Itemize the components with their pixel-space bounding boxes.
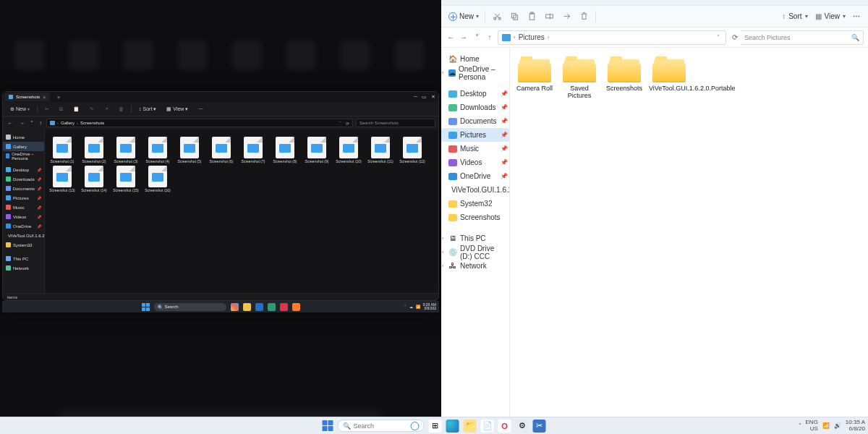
wifi-icon[interactable]: 📶: [822, 422, 830, 429]
sidebar-item-downloads[interactable]: Downloads📌: [3, 174, 44, 184]
sidebar-item-videos[interactable]: Videos📌: [441, 156, 509, 169]
sort-button[interactable]: ↕ Sort ▾: [136, 105, 159, 114]
new-button[interactable]: ⊕ New ▾: [7, 105, 33, 114]
recent-button[interactable]: ˅: [29, 120, 35, 127]
sidebar-item-folder[interactable]: System32: [3, 240, 44, 250]
file-item[interactable]: Screenshot (16): [143, 166, 172, 193]
sidebar-item-vivetool.gui.1.6.2.0[interactable]: ViVeTool.GUI.1.6.2.0: [441, 183, 509, 197]
breadcrumb-pictures[interactable]: Pictures: [519, 33, 545, 41]
tray-chevron-icon[interactable]: ˄: [799, 422, 801, 429]
breadcrumb-gallery[interactable]: Gallery: [61, 121, 75, 125]
settings-icon[interactable]: ⚙: [516, 420, 529, 433]
taskview-icon[interactable]: ⊞: [429, 420, 442, 433]
delete-icon[interactable]: [578, 11, 590, 22]
sidebar-item-home[interactable]: Home: [3, 132, 44, 142]
sidebar-item-desktop[interactable]: Desktop📌: [441, 87, 509, 101]
store-icon[interactable]: [268, 303, 276, 311]
start-button[interactable]: [323, 420, 333, 431]
file-item[interactable]: Screenshot (4): [143, 137, 172, 164]
sidebar-item-pictures[interactable]: Pictures📌: [3, 193, 44, 203]
share-icon[interactable]: [561, 11, 572, 22]
sidebar-item-cloud[interactable]: OneDrive – Persona: [3, 151, 44, 161]
dark-file-grid[interactable]: Screenshot (1)Screenshot (2)Screenshot (…: [45, 129, 438, 293]
start-icon[interactable]: [142, 303, 150, 311]
file-item[interactable]: Screenshot (7): [239, 137, 268, 164]
forward-button[interactable]: →: [459, 32, 469, 43]
file-item[interactable]: Screenshot (14): [80, 166, 109, 193]
file-item[interactable]: Screenshot (8): [271, 137, 299, 164]
maximize-button[interactable]: ▭: [422, 94, 427, 100]
cloud-icon[interactable]: ☁: [409, 305, 413, 309]
edge-icon[interactable]: [255, 303, 263, 311]
sidebar-item-gallery[interactable]: Gallery: [3, 142, 44, 151]
file-item[interactable]: Screenshot (5): [175, 137, 204, 164]
file-item[interactable]: Screenshot (13): [48, 166, 77, 193]
copy-icon[interactable]: ⧉: [56, 105, 66, 114]
clock[interactable]: 10:35 A6/8/20: [846, 420, 865, 432]
minimize-button[interactable]: ─: [414, 94, 417, 100]
sidebar-item-screenshots[interactable]: Screenshots: [441, 210, 509, 224]
sidebar-item-this pc[interactable]: ›🖥This PC: [441, 231, 509, 245]
close-tab-icon[interactable]: ×: [43, 95, 46, 100]
expand-icon[interactable]: ›: [442, 70, 443, 75]
file-item[interactable]: Screenshot (1): [48, 137, 77, 164]
back-button[interactable]: ←: [6, 120, 14, 127]
sort-button[interactable]: ↕Sort▾: [782, 12, 807, 20]
dark-taskbar-search[interactable]: 🔍 Search: [154, 303, 226, 311]
paste-icon[interactable]: 📋: [70, 105, 82, 114]
sidebar-item-onedrive[interactable]: OneDrive📌: [441, 169, 509, 183]
view-button[interactable]: ▦View▾: [815, 12, 846, 20]
wifi-icon[interactable]: 📶: [416, 305, 420, 309]
sidebar-item-cloud[interactable]: OneDrive📌: [3, 221, 44, 231]
up-button[interactable]: ↑: [38, 120, 43, 127]
breadcrumb-screenshots[interactable]: Screenshots: [80, 121, 104, 125]
tray-chevron-icon[interactable]: ˄: [404, 305, 407, 309]
sidebar-item-pictures[interactable]: Pictures📌: [441, 128, 509, 142]
add-tab-button[interactable]: ＋: [53, 93, 61, 101]
folder-item[interactable]: Saved Pictures: [559, 58, 600, 100]
sidebar-item-videos[interactable]: Videos📌: [3, 212, 44, 221]
file-item[interactable]: Screenshot (11): [366, 137, 395, 164]
file-item[interactable]: Screenshot (6): [207, 137, 236, 164]
up-button[interactable]: ↑: [485, 32, 495, 43]
close-button[interactable]: ✕: [431, 94, 435, 100]
rename-icon[interactable]: ✎: [87, 105, 97, 114]
folder-item[interactable]: Screenshots: [604, 58, 644, 100]
sidebar-item-onedrive-personal[interactable]: ›☁OneDrive – Persona: [441, 66, 509, 80]
expand-icon[interactable]: ›: [442, 250, 443, 255]
paste-icon[interactable]: [526, 11, 537, 22]
explorer-icon[interactable]: 📁: [464, 420, 477, 433]
file-item[interactable]: Screenshot (12): [398, 137, 427, 164]
firefox-icon[interactable]: [292, 303, 300, 311]
more-button[interactable]: ⋯: [195, 105, 206, 114]
folder-item[interactable]: ViVeTool.GUI.1.6.2.0.Portable: [649, 58, 689, 100]
file-item[interactable]: Screenshot (10): [334, 137, 363, 164]
sidebar-item-pc[interactable]: This PC: [3, 254, 44, 263]
dark-search-input[interactable]: Search Screenshots: [356, 119, 435, 127]
sidebar-item-network[interactable]: ›🖧Network: [441, 259, 509, 273]
address-bar[interactable]: › Pictures › ˅: [498, 30, 726, 45]
address-dropdown-icon[interactable]: ˅: [715, 34, 722, 41]
file-item[interactable]: Screenshot (15): [111, 166, 140, 193]
notepad-icon[interactable]: 📄: [481, 420, 494, 433]
copilot-icon[interactable]: [231, 303, 239, 311]
recent-button[interactable]: ˅: [472, 32, 482, 43]
file-item[interactable]: Screenshot (9): [302, 137, 331, 164]
new-button[interactable]: New ▾: [448, 12, 479, 21]
back-button[interactable]: ←: [446, 32, 456, 43]
light-search-input[interactable]: Search Pictures 🔍: [741, 30, 864, 45]
snipping-icon[interactable]: ✂: [533, 420, 546, 433]
sidebar-item-music[interactable]: Music📌: [441, 142, 509, 156]
taskbar-search[interactable]: 🔍Search: [338, 420, 425, 432]
sidebar-item-home[interactable]: 🏠Home: [441, 52, 509, 66]
view-button[interactable]: ▦ View ▾: [163, 105, 191, 114]
address-bar[interactable]: › Gallery › Screenshots ˅ ⟳: [46, 119, 353, 127]
copy-icon[interactable]: [509, 11, 520, 22]
share-icon[interactable]: ↗: [101, 105, 111, 114]
sidebar-item-network[interactable]: Network: [3, 263, 44, 273]
opera-icon[interactable]: [280, 303, 288, 311]
cut-icon[interactable]: ✂: [42, 105, 52, 114]
light-folder-grid[interactable]: Camera RollSaved PicturesScreenshotsViVe…: [510, 48, 868, 421]
refresh-button[interactable]: ⟳: [729, 33, 741, 41]
sidebar-item-system32[interactable]: System32: [441, 197, 509, 210]
